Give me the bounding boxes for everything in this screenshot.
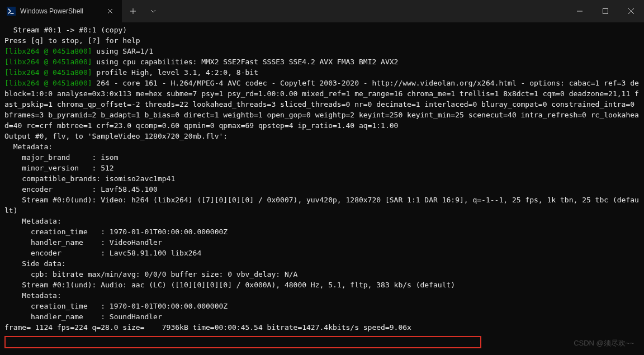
tab-title: Windows PowerShell bbox=[20, 7, 100, 15]
libx264-prefix: [libx264 @ 0451a800] bbox=[4, 79, 92, 87]
libx264-prefix: [libx264 @ 0451a800] bbox=[4, 68, 92, 77]
close-window-button[interactable] bbox=[618, 0, 644, 22]
tab-powershell[interactable]: Windows PowerShell bbox=[0, 0, 123, 22]
output-line: creation_time : 1970-01-01T00:00:00.0000… bbox=[4, 228, 228, 236]
close-tab-button[interactable] bbox=[105, 6, 116, 17]
output-line: Stream #0:1(und): Audio: aac (LC) ([10][… bbox=[4, 281, 455, 289]
output-line: Stream #0:0(und): Video: h264 (libx264) … bbox=[4, 196, 639, 215]
output-line: using cpu capabilities: MMX2 SSE2Fast SS… bbox=[92, 58, 399, 66]
output-line: compatible_brands: isomiso2avc1mp41 bbox=[4, 174, 175, 183]
output-line: Side data: bbox=[4, 259, 66, 268]
maximize-button[interactable] bbox=[593, 0, 618, 22]
libx264-prefix: [libx264 @ 0451a800] bbox=[4, 47, 92, 55]
output-line: handler_name : VideoHandler bbox=[4, 238, 162, 247]
output-line: Metadata: bbox=[4, 291, 61, 300]
output-line: profile High, level 3.1, 4:2:0, 8-bit bbox=[92, 68, 258, 77]
new-tab-button[interactable] bbox=[123, 0, 143, 22]
titlebar: Windows PowerShell bbox=[0, 0, 644, 22]
minimize-button[interactable] bbox=[567, 0, 593, 22]
output-line: Press [q] to stop, [?] for help bbox=[4, 36, 140, 45]
output-line: encoder : Lavf58.45.100 bbox=[4, 185, 158, 193]
tab-dropdown-button[interactable] bbox=[143, 0, 163, 22]
window-controls bbox=[567, 0, 644, 22]
output-line: using SAR=1/1 bbox=[92, 47, 154, 55]
output-line: cpb: bitrate max/min/avg: 0/0/0 buffer s… bbox=[4, 270, 297, 278]
output-line: Output #0, flv, to 'SampleVideo_1280x720… bbox=[4, 132, 228, 140]
watermark: CSDN @须尽欢~~ bbox=[574, 338, 634, 348]
terminal-output[interactable]: Stream #0:1 -> #0:1 (copy) Press [q] to … bbox=[0, 22, 644, 335]
output-line: handler_name : SoundHandler bbox=[4, 313, 162, 321]
output-line: 264 - core 161 - H.264/MPEG-4 AVC codec … bbox=[4, 79, 639, 130]
output-line: creation_time : 1970-01-01T00:00:00.0000… bbox=[4, 302, 228, 310]
svg-rect-1 bbox=[603, 9, 608, 14]
output-line: major_brand : isom bbox=[4, 153, 119, 162]
output-line: minor_version : 512 bbox=[4, 164, 114, 172]
output-line: Metadata: bbox=[4, 143, 53, 151]
progress-line: frame= 1124 fps=224 q=28.0 size= 7936kB … bbox=[4, 323, 411, 332]
powershell-icon bbox=[7, 7, 16, 16]
output-line: Metadata: bbox=[4, 217, 61, 225]
output-line: encoder : Lavc58.91.100 libx264 bbox=[4, 249, 201, 257]
output-line: Stream #0:1 -> #0:1 (copy) bbox=[4, 26, 127, 34]
highlight-annotation bbox=[4, 336, 481, 348]
libx264-prefix: [libx264 @ 0451a800] bbox=[4, 58, 92, 66]
